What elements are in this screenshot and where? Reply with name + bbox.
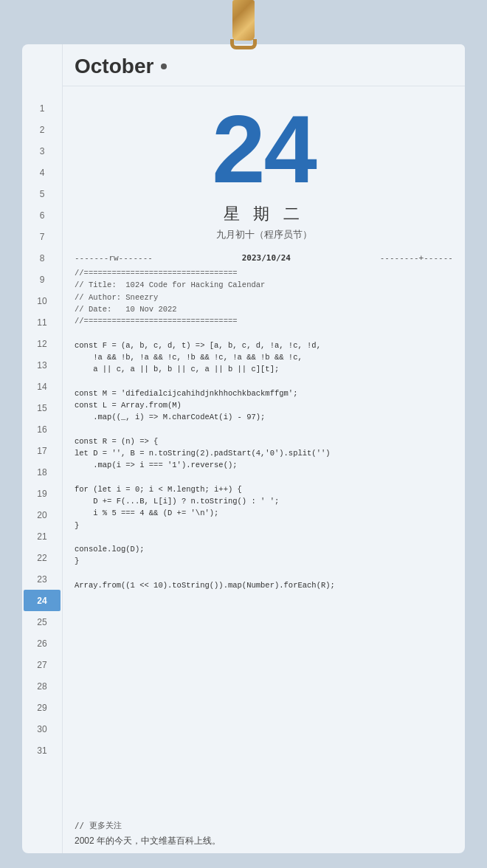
day-number-1: 1: [22, 97, 62, 119]
clip-body: [232, 0, 255, 41]
code-line-15: i % 5 === 4 && (D += '\n');: [75, 509, 218, 517]
day-number-6: 6: [22, 204, 62, 226]
day-number-5: 5: [22, 183, 62, 204]
code-line-3: a || c, a || b, b || c, a || b || c][t];: [75, 365, 279, 373]
code-separator-1: //=================================: [75, 269, 238, 278]
header-dot: [161, 63, 167, 69]
day-number-8: 8: [22, 247, 62, 269]
day-number-16: 16: [22, 418, 62, 440]
code-line-18: console.log(D);: [75, 545, 145, 554]
code-line-6: const L = Array.from(M): [75, 401, 182, 410]
day-sidebar: 1234567891011121314151617181920212223242…: [22, 44, 63, 853]
day-number-17: 17: [22, 440, 62, 461]
big-date-number: 24: [63, 101, 465, 197]
month-name: October: [75, 55, 153, 78]
code-line-5: const M = 'difedialcijcahihdjnkhhochkbac…: [75, 389, 297, 398]
day-number-20: 20: [22, 504, 62, 526]
day-number-23: 23: [22, 568, 62, 590]
day-number-25: 25: [22, 611, 62, 633]
code-line-21: Array.from((1 << 10).toString()).map(Num…: [75, 581, 335, 590]
code-author: // Author: Sneezry: [75, 293, 158, 302]
code-line-2: !a && !b, !a && !c, !b && !c, !a && !b &…: [75, 353, 303, 362]
code-block: //================================= // T…: [75, 267, 453, 591]
day-number-27: 27: [22, 654, 62, 675]
code-separator-2: //=================================: [75, 317, 238, 326]
binder-clip: [229, 0, 258, 52]
day-number-24: 24: [24, 590, 61, 611]
code-line-16: }: [75, 521, 79, 530]
code-line-13: for (let i = 0; i < M.length; i++) {: [75, 485, 242, 494]
code-line-1: const F = (a, b, c, d, t) => [a, b, c, d…: [75, 341, 321, 350]
file-date: 2023/10/24: [242, 253, 291, 263]
day-number-14: 14: [22, 376, 62, 397]
day-number-13: 13: [22, 354, 62, 376]
bottom-notes: // 更多关注 2002 年的今天，中文维基百科上线。: [63, 816, 465, 853]
calendar-card: 1234567891011121314151617181920212223242…: [22, 44, 465, 853]
code-line-11: .map(i => i === '1').reverse();: [75, 461, 238, 469]
code-title: // Title: 1024 Code for Hacking Calendar: [75, 280, 265, 289]
month-header: October: [63, 44, 465, 86]
code-section: -------rw------- 2023/10/24 --------+---…: [63, 253, 465, 816]
day-number-19: 19: [22, 483, 62, 504]
day-number-26: 26: [22, 633, 62, 654]
day-number-10: 10: [22, 290, 62, 311]
code-line-10: let D = '', B = n.toString(2).padStart(4…: [75, 449, 331, 458]
bottom-note-title: // 更多关注: [75, 820, 453, 831]
day-number-2: 2: [22, 119, 62, 140]
clip-arms: [230, 39, 257, 49]
code-line-14: D += F(...B, L[i]) ? n.toString() : ' ';: [75, 497, 279, 506]
file-info-left: -------rw-------: [75, 253, 153, 263]
date-display: 24: [63, 86, 465, 203]
code-line-9: const R = (n) => {: [75, 437, 158, 446]
day-number-9: 9: [22, 269, 62, 290]
day-number-12: 12: [22, 333, 62, 354]
day-number-21: 21: [22, 526, 62, 547]
day-number-28: 28: [22, 675, 62, 697]
code-line-7: .map((_, i) => M.charCodeAt(i) - 97);: [75, 413, 265, 421]
day-of-week: 星 期 二: [63, 203, 465, 225]
day-number-15: 15: [22, 397, 62, 418]
day-number-7: 7: [22, 226, 62, 247]
day-number-3: 3: [22, 140, 62, 162]
day-number-18: 18: [22, 461, 62, 483]
lunar-date: 九月初十（程序员节）: [63, 228, 465, 241]
main-content: October 24 星 期 二 九月初十（程序员节） -------rw---…: [63, 44, 465, 853]
day-number-22: 22: [22, 547, 62, 568]
bottom-note-text: 2002 年的今天，中文维基百科上线。: [75, 834, 453, 847]
page-wrapper: 1234567891011121314151617181920212223242…: [0, 0, 487, 868]
day-number-11: 11: [22, 311, 62, 333]
day-number-31: 31: [22, 740, 62, 761]
code-line-19: }: [75, 557, 79, 565]
day-number-29: 29: [22, 697, 62, 718]
file-info-line: -------rw------- 2023/10/24 --------+---…: [75, 253, 453, 263]
file-info-right: --------+------: [380, 253, 453, 263]
code-date: // Date: 10 Nov 2022: [75, 305, 177, 314]
day-number-4: 4: [22, 162, 62, 183]
day-number-30: 30: [22, 718, 62, 740]
